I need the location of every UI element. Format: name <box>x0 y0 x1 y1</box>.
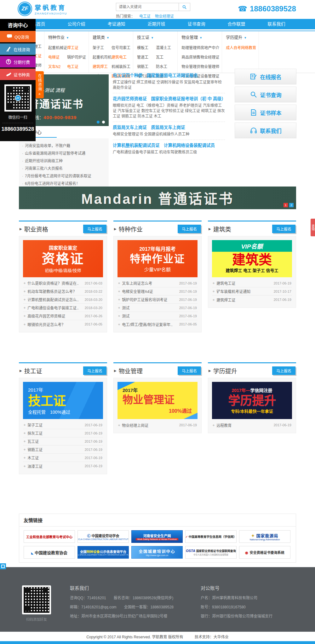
nav-item[interactable]: 联系我们 <box>256 19 296 29</box>
mega-menu-link[interactable]: 钢筋工 <box>137 64 156 69</box>
list-item[interactable]: ◆ 测试 2017-06-19 <box>117 304 198 312</box>
mega-menu-category[interactable]: 特种作业▼ <box>48 34 86 40</box>
list-item[interactable]: ◆ 锅炉司炉工证报名培训考证 2017-06-19 <box>117 296 198 304</box>
promo-image[interactable]: 2017年—学信网注册 学历提升 专科/本科最快一年拿证 <box>212 382 292 419</box>
nav-item[interactable]: 公司介绍 <box>56 19 96 29</box>
promo-image[interactable]: 2017年 物业管理证 100%通过 <box>117 382 198 419</box>
mega-menu-link[interactable]: 建筑焊工 <box>93 64 112 69</box>
mega-menu-link[interactable]: 建筑电工 <box>112 54 130 60</box>
signup-now-button[interactable]: 马上报名 <box>178 225 201 233</box>
slider-dot-active[interactable] <box>97 121 100 124</box>
friend-link-logo[interactable]: 全国特种设备公示信息查询平台 NATIONAL SPECIAL EQUIPMEN… <box>77 546 129 559</box>
promo-image[interactable]: VIP名额 建筑类 建筑焊工 电工 架子工 信号工 <box>212 240 292 277</box>
list-item[interactable]: ◆ 什么是职业资格证？资格证在.. 2017-06-03 <box>23 279 103 287</box>
hot-link-electrician[interactable]: 电工证 <box>139 13 151 19</box>
news-item[interactable]: ·河南第三批八大员报名 <box>22 165 106 172</box>
signup-now-button[interactable]: 马上报名 <box>178 366 201 375</box>
notice-article-title[interactable]: 花卉园艺师资格证 国家职业资格证报考培训（初 中 高级） <box>113 95 225 101</box>
list-item[interactable]: ◆ 电梯安全管理A4证 2017-06-19 <box>117 287 198 296</box>
mega-menu-link[interactable]: 起重机司机 <box>93 54 112 60</box>
list-item[interactable]: ◆ 抹灰工证 2017-06-19 <box>23 429 103 437</box>
online-consult-tab[interactable]: 在线咨询 « <box>36 71 44 98</box>
promo-image[interactable]: 2017年每月报考 特种作业证 少量VIP名额 <box>117 240 198 277</box>
list-item[interactable]: ◆ 物业经理上岗证 2017-06-19 <box>117 421 198 429</box>
site-logo[interactable]: ZF 掌帆教育 ZHANGFANJIAOYU <box>18 2 67 16</box>
list-item[interactable]: ◆ 电工/焊工/登高/制冷证复审年.. 2017-06-05 <box>117 320 198 328</box>
friend-link-logo[interactable]: 安全资格证书查询系统 <box>239 546 290 559</box>
mega-menu-category[interactable]: 学历提升▼ <box>226 34 256 40</box>
nav-item[interactable]: 考证通知 <box>96 19 136 29</box>
banner-page-2[interactable]: 2 <box>289 203 294 207</box>
notice-article-title[interactable]: 质监局叉车上岗证 质监局叉车上岗证 <box>113 124 225 130</box>
mega-menu-link[interactable]: 房地产中介 <box>200 45 219 50</box>
friend-link-logo[interactable]: 中国建设教育协会 <box>24 546 75 559</box>
list-item[interactable]: ◆ 叉车上岗证怎么考 2017-06-19 <box>117 279 198 287</box>
mega-menu-link[interactable]: 电梯证 <box>48 54 67 60</box>
search-input[interactable] <box>116 3 179 11</box>
mega-menu-link[interactable]: 架子工 <box>93 45 112 50</box>
signup-now-button[interactable]: 马上报名 <box>83 366 106 375</box>
mega-menu-link[interactable]: 电工证 <box>67 64 86 69</box>
news-item[interactable]: ·7月份报考电工进网许可证的请联系取证 <box>22 172 106 180</box>
list-item[interactable]: ◆ 眼镜验光员证怎么考？ 2017-06-05 <box>23 320 103 328</box>
mega-menu-category[interactable]: 技工证▼ <box>137 34 175 40</box>
nav-item[interactable]: 合作联盟 <box>216 19 256 29</box>
hot-link-property-manager[interactable]: 物业经理证 <box>155 13 174 19</box>
consult-sidebar-button[interactable]: 证书种类 <box>0 69 36 80</box>
mega-menu-link[interactable]: 瓦工 <box>156 54 175 60</box>
list-item[interactable]: ◆ 远程教育 2017-06-19 <box>212 421 292 429</box>
signup-now-button[interactable]: 马上报名 <box>272 225 295 233</box>
friend-link-logo[interactable]: 工业和信息化部教育与考试中心 <box>24 530 75 543</box>
list-item[interactable]: ◆ 铲车装载机考证通知 2017-10-17 <box>212 287 292 296</box>
friend-link-logo[interactable]: OSTA国家职业资格证书全国联网查询 中华人民共和国人力资源和社会保障部 <box>185 546 237 559</box>
signup-now-button[interactable]: 马上报名 <box>272 366 295 375</box>
list-item[interactable]: ◆ 钢筋工证 2017-06-19 <box>23 446 103 454</box>
contact-us-button[interactable]: 联系我们 <box>235 123 296 138</box>
consult-sidebar-button[interactable]: 在线咨询 <box>0 43 36 55</box>
mega-menu-link[interactable]: 混凝土工 <box>156 45 175 50</box>
mega-menu-link[interactable]: 防水工 <box>156 64 175 69</box>
mega-menu-link[interactable]: 模板工 <box>137 45 156 50</box>
right-consult-tab[interactable]: 咨询 <box>311 219 315 236</box>
floating-widget-icon[interactable] <box>0 563 6 569</box>
mega-menu-link[interactable]: 锅炉司炉证 <box>67 54 86 60</box>
search-button[interactable] <box>179 3 190 11</box>
list-item[interactable]: ◆ 木工证 2017-06-19 <box>23 454 103 462</box>
news-item[interactable]: ·河南安监局收单，不限户籍 <box>22 142 106 150</box>
mega-menu-link[interactable]: 商品房销售 <box>181 54 200 60</box>
list-item[interactable]: ◆ 计算机整机装配调试员证怎么.. 2018-03-20 <box>23 296 103 304</box>
list-item[interactable]: ◆ 机动车驾驶教练员证怎么考？ 2018-03-22 <box>23 287 103 296</box>
consult-sidebar-button[interactable]: 分期付费 <box>0 56 36 67</box>
notice-article-title[interactable]: 计算机整机装配调试员证 计算机网络设备装配调试员 <box>113 142 225 148</box>
slider-dot[interactable] <box>102 121 105 124</box>
online-signup-button[interactable]: 在线报名 <box>235 69 296 84</box>
mega-menu-category[interactable]: 建筑类▼ <box>93 34 130 40</box>
nav-item[interactable]: 证书查询 <box>176 19 216 29</box>
news-item[interactable]: ·山东省能源局进网许可证暂停考试通 <box>22 150 106 157</box>
promo-image[interactable]: 国家职业鉴定 资格证 初级/中级/高级/技师 <box>23 240 103 277</box>
mega-menu-link[interactable]: 物业经理证 <box>200 54 219 60</box>
list-item[interactable]: ◆ 架子工证 2017-06-19 <box>23 421 103 429</box>
notice-article-title[interactable]: 电工证四个种类 国家能源局电工进网证报名 <box>113 72 225 78</box>
list-item[interactable]: ◆ 油漆工证 2017-06-19 <box>23 462 103 470</box>
list-item[interactable]: ◆ 广电和通信设备电子装接工证.. 2018-03-20 <box>23 304 103 312</box>
nav-item[interactable]: 近期开班 <box>136 19 176 29</box>
news-item[interactable]: ·近期开班培训高级工种 <box>22 157 106 165</box>
mega-menu-link[interactable]: 机械装拆工 <box>112 64 130 69</box>
mega-menu-link[interactable]: 叉车N2 <box>48 64 67 69</box>
list-item[interactable]: ◆ 高级花卉园艺师资格证 2017-06-26 <box>23 312 103 320</box>
friend-link-logo[interactable]: 全国城建培训中心 http://www.cjpx.com.cn <box>131 546 183 559</box>
friend-link-logo[interactable]: 中国建设劳动学会 CCLA CHINA CONSTRUCTION LABOUR … <box>77 530 129 543</box>
mega-menu-link[interactable]: 信号司索工 <box>112 45 130 50</box>
certificate-sample-button[interactable]: 证书样本 <box>235 105 296 120</box>
banner-page-1[interactable]: 1 <box>284 203 288 207</box>
mega-menu-link[interactable]: 助理管理师 <box>181 45 200 50</box>
mega-menu-link[interactable]: 网络教育 <box>241 45 256 50</box>
certificate-query-button[interactable]: 证书查询 <box>235 87 296 102</box>
consult-sidebar-button[interactable]: QQ咨询 <box>0 31 36 42</box>
list-item[interactable]: ◆ 测试 2017-06-19 <box>117 312 198 320</box>
friend-link-logo[interactable]: 河南省安全生产网 Work Safety Network of Henan Pr… <box>131 530 183 543</box>
list-item[interactable]: ◆ 瓦工证 2017-06-19 <box>23 437 103 446</box>
mega-menu-link[interactable]: 焊工证 <box>67 45 86 50</box>
list-item[interactable]: ◆ 建筑焊工证 2017-06-19 <box>212 296 292 304</box>
